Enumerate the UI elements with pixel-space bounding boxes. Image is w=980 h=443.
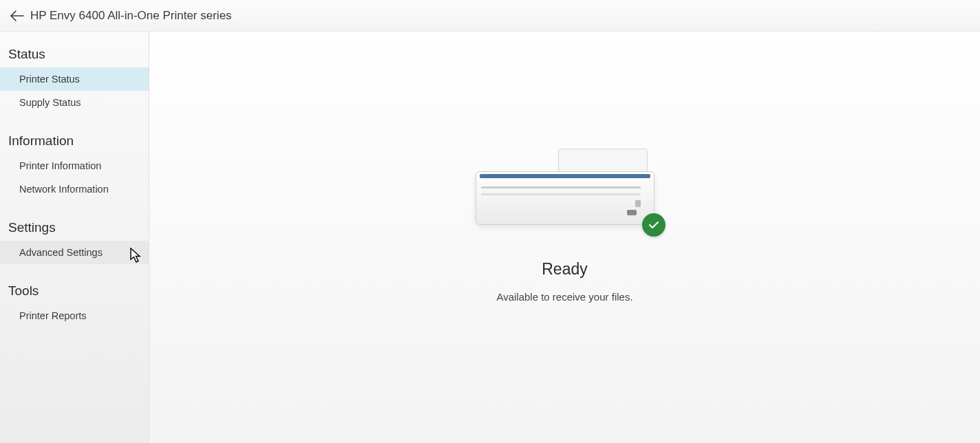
sidebar-item-printer-reports[interactable]: Printer Reports — [0, 304, 149, 327]
section-heading-information: Information — [0, 128, 149, 154]
section-heading-status: Status — [0, 41, 149, 67]
printer-status-card: Ready Available to receive your files. — [476, 145, 654, 303]
sidebar-item-printer-information[interactable]: Printer Information — [0, 154, 149, 177]
status-title: Ready — [542, 260, 587, 279]
section-heading-tools: Tools — [0, 278, 149, 304]
section-heading-settings: Settings — [0, 215, 149, 241]
printer-illustration — [476, 145, 654, 238]
page-title: HP Envy 6400 All-in-One Printer series — [30, 9, 232, 23]
content-wrap: Status Printer Status Supply Status Info… — [0, 32, 980, 443]
sidebar-item-network-information[interactable]: Network Information — [0, 177, 149, 201]
sidebar: Status Printer Status Supply Status Info… — [0, 32, 149, 443]
sidebar-item-supply-status[interactable]: Supply Status — [0, 91, 149, 114]
sidebar-item-advanced-settings[interactable]: Advanced Settings — [0, 241, 149, 264]
back-arrow-icon[interactable] — [10, 8, 25, 23]
status-subtitle: Available to receive your files. — [496, 291, 632, 303]
sidebar-item-printer-status[interactable]: Printer Status — [0, 67, 149, 91]
status-check-icon — [642, 213, 665, 237]
header-bar: HP Envy 6400 All-in-One Printer series — [0, 0, 980, 32]
main-panel: Ready Available to receive your files. — [149, 32, 980, 443]
